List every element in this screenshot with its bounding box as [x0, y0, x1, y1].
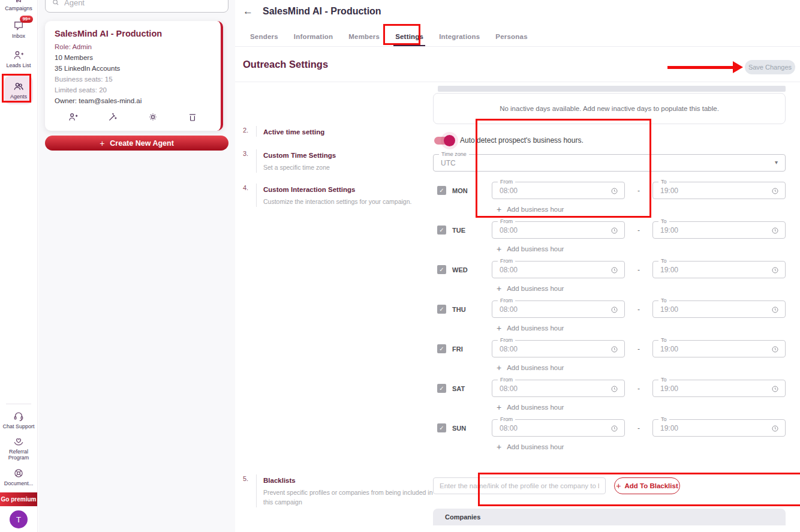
day-checkbox[interactable]: ✓: [437, 423, 446, 432]
settings-nav-item-active-time[interactable]: 2. Active time setting: [243, 126, 423, 137]
add-business-hour-label: Add business hour: [507, 245, 564, 253]
clock-icon[interactable]: [610, 187, 619, 196]
from-time-field[interactable]: From: [492, 380, 625, 397]
add-member-icon[interactable]: [68, 112, 79, 122]
from-time-field[interactable]: From: [492, 261, 625, 278]
to-time-input[interactable]: [653, 187, 755, 195]
clock-icon[interactable]: [610, 345, 619, 354]
sidebar-item-agents[interactable]: Agents: [4, 76, 33, 104]
day-checkbox[interactable]: ✓: [437, 305, 446, 314]
clock-icon[interactable]: [771, 226, 780, 235]
add-business-hour-button[interactable]: + Add business hour: [497, 205, 786, 214]
from-time-input[interactable]: [492, 345, 594, 353]
add-business-hour-label: Add business hour: [507, 404, 564, 411]
from-time-input[interactable]: [492, 384, 594, 393]
trash-icon[interactable]: [187, 112, 198, 122]
to-time-input[interactable]: [653, 424, 755, 432]
auto-detect-toggle[interactable]: [434, 137, 453, 145]
to-time-input[interactable]: [653, 384, 755, 393]
add-business-hour-button[interactable]: + Add business hour: [497, 442, 786, 452]
day-checkbox[interactable]: ✓: [437, 384, 446, 393]
day-checkbox[interactable]: ✓: [437, 344, 446, 353]
clock-icon[interactable]: [771, 266, 780, 275]
tab-integrations[interactable]: Integrations: [431, 26, 488, 46]
add-to-blacklist-label: Add To Blacklist: [624, 482, 678, 489]
from-time-input[interactable]: [492, 305, 594, 314]
day-checkbox[interactable]: ✓: [437, 226, 446, 235]
clock-icon[interactable]: [771, 345, 780, 354]
from-time-field[interactable]: From: [492, 419, 625, 437]
settings-nav-item-custom-interaction[interactable]: 4. Custom Interaction Settings Customize…: [243, 184, 423, 207]
tab-settings[interactable]: Settings: [387, 26, 431, 46]
clock-icon[interactable]: [610, 266, 619, 275]
clock-icon[interactable]: [610, 384, 619, 393]
clock-icon[interactable]: [771, 424, 780, 433]
add-to-blacklist-button[interactable]: + Add To Blacklist: [614, 477, 680, 494]
sidebar-item-referral-program[interactable]: Referral Program: [0, 435, 37, 461]
from-time-input[interactable]: [492, 187, 594, 195]
day-checkbox[interactable]: ✓: [437, 265, 446, 274]
from-time-input[interactable]: [492, 424, 594, 432]
from-time-input[interactable]: [492, 226, 594, 235]
clock-icon[interactable]: [610, 424, 619, 433]
user-avatar[interactable]: T: [10, 510, 28, 528]
to-time-field[interactable]: To: [652, 340, 786, 357]
to-time-input[interactable]: [653, 305, 755, 314]
clock-icon[interactable]: [771, 305, 780, 314]
agent-card[interactable]: SalesMind AI - Production Role: Admin 10…: [45, 21, 223, 131]
clock-icon[interactable]: [610, 226, 619, 235]
add-business-hour-button[interactable]: + Add business hour: [497, 402, 786, 412]
magic-wand-icon[interactable]: [107, 112, 118, 122]
blacklist-input[interactable]: [434, 482, 605, 489]
to-time-input[interactable]: [653, 266, 755, 274]
create-new-agent-button[interactable]: + Create New Agent: [45, 136, 228, 151]
back-arrow-icon[interactable]: ←: [243, 5, 253, 17]
agent-search-field[interactable]: [45, 0, 228, 13]
add-business-hour-button[interactable]: + Add business hour: [497, 363, 786, 372]
to-time-field[interactable]: To: [652, 182, 786, 199]
add-business-hour-button[interactable]: + Add business hour: [497, 244, 786, 254]
to-time-input[interactable]: [653, 345, 755, 353]
from-time-field[interactable]: From: [492, 182, 625, 199]
time-range-dash: -: [625, 187, 652, 195]
to-time-field[interactable]: To: [652, 221, 786, 239]
business-hours-list: ✓ MON From - To: [433, 182, 786, 452]
sidebar-item-chat-support[interactable]: Chat Support: [2, 410, 34, 429]
day-checkbox[interactable]: ✓: [437, 186, 446, 195]
tab-senders[interactable]: Senders: [242, 26, 286, 46]
from-time-field[interactable]: From: [492, 221, 625, 239]
sidebar-item-campaigns[interactable]: Campaigns: [5, 0, 32, 11]
sidebar-item-agents-active-bg: Agents: [4, 76, 33, 104]
tab-members[interactable]: Members: [341, 26, 387, 46]
add-business-hour-button[interactable]: + Add business hour: [497, 284, 786, 293]
from-time-field[interactable]: From: [492, 340, 625, 357]
timezone-select[interactable]: Time zone UTC ▾: [433, 154, 786, 172]
clock-icon[interactable]: [610, 305, 619, 314]
tab-personas[interactable]: Personas: [488, 26, 535, 46]
tab-information[interactable]: Information: [286, 26, 341, 46]
go-premium-button[interactable]: Go premium: [0, 492, 38, 506]
main-content: ← SalesMind AI - Production Senders Info…: [235, 0, 800, 532]
to-time-field[interactable]: To: [652, 300, 786, 318]
heart-hands-icon: [13, 435, 25, 447]
clock-icon[interactable]: [771, 187, 780, 196]
settings-nav-item-custom-time[interactable]: 3. Custom Time Settings Set a specific t…: [243, 149, 423, 173]
sidebar-item-inbox[interactable]: 99+ Inbox: [12, 20, 25, 39]
save-changes-button[interactable]: Save Changes: [745, 60, 795, 74]
from-time-field[interactable]: From: [492, 300, 625, 318]
gear-icon[interactable]: [148, 112, 158, 122]
sidebar-item-documentation[interactable]: Document...: [4, 467, 34, 486]
blacklist-input-field[interactable]: [433, 477, 606, 494]
toggle-thumb: [444, 135, 455, 146]
clock-icon[interactable]: [771, 384, 780, 393]
from-time-input[interactable]: [492, 266, 594, 274]
item-number: 3.: [243, 149, 254, 173]
to-time-input[interactable]: [653, 226, 755, 235]
to-time-field[interactable]: To: [652, 419, 786, 437]
to-time-field[interactable]: To: [652, 380, 786, 397]
sidebar-item-leads-list[interactable]: Leads List: [6, 49, 31, 68]
to-time-field[interactable]: To: [652, 261, 786, 278]
add-business-hour-button[interactable]: + Add business hour: [497, 323, 786, 333]
item-divider: [256, 184, 257, 207]
agent-search-input[interactable]: [64, 0, 222, 7]
